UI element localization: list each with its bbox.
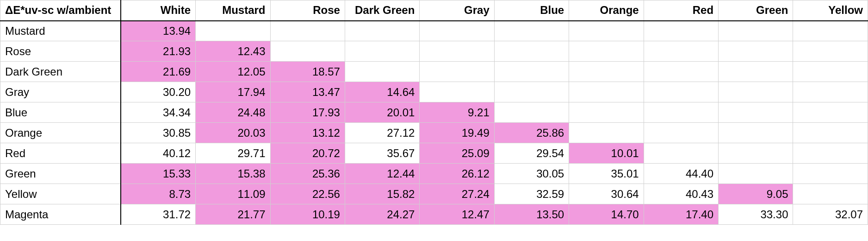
cell — [420, 41, 494, 62]
cell — [793, 21, 868, 41]
table-row: Mustard13.94 — [0, 21, 868, 41]
cell: 13.47 — [270, 82, 345, 102]
col-header: Rose — [270, 0, 345, 21]
row-label: Green — [0, 164, 121, 184]
delta-e-table: ΔE*uv-sc w/ambient White Mustard Rose Da… — [0, 0, 868, 225]
cell — [569, 62, 644, 82]
cell — [420, 62, 494, 82]
cell — [719, 62, 793, 82]
row-label: Magenta — [0, 204, 121, 225]
cell: 13.94 — [121, 21, 195, 41]
cell — [345, 62, 419, 82]
cell — [719, 102, 793, 123]
cell: 21.77 — [196, 204, 270, 225]
cell — [719, 164, 793, 184]
cell — [793, 41, 868, 62]
cell — [644, 143, 718, 164]
table-row: Rose21.9312.43 — [0, 41, 868, 62]
cell: 40.12 — [121, 143, 195, 164]
cell — [644, 41, 718, 62]
cell — [793, 82, 868, 102]
cell: 32.07 — [793, 204, 868, 225]
cell: 24.27 — [345, 204, 419, 225]
cell — [420, 21, 494, 41]
cell: 19.49 — [420, 123, 494, 143]
cell: 9.05 — [719, 184, 793, 204]
col-header: Green — [719, 0, 793, 21]
cell — [494, 62, 569, 82]
cell: 21.69 — [121, 62, 195, 82]
row-label: Red — [0, 143, 121, 164]
col-header: White — [121, 0, 195, 21]
cell — [569, 102, 644, 123]
cell: 9.21 — [420, 102, 494, 123]
cell — [719, 41, 793, 62]
cell: 12.47 — [420, 204, 494, 225]
cell — [719, 82, 793, 102]
cell: 31.72 — [121, 204, 195, 225]
cell: 30.64 — [569, 184, 644, 204]
table-row: Dark Green21.6912.0518.57 — [0, 62, 868, 82]
col-header: Gray — [420, 0, 494, 21]
col-header: Mustard — [196, 0, 270, 21]
cell — [345, 21, 419, 41]
row-label: Blue — [0, 102, 121, 123]
row-label: Rose — [0, 41, 121, 62]
cell — [420, 82, 494, 102]
cell: 20.72 — [270, 143, 345, 164]
row-label: Dark Green — [0, 62, 121, 82]
cell: 25.36 — [270, 164, 345, 184]
cell: 17.40 — [644, 204, 718, 225]
col-header: Yellow — [793, 0, 868, 21]
cell — [270, 41, 345, 62]
cell: 17.94 — [196, 82, 270, 102]
cell — [793, 123, 868, 143]
cell: 13.50 — [494, 204, 569, 225]
cell — [793, 62, 868, 82]
cell — [569, 123, 644, 143]
cell: 35.01 — [569, 164, 644, 184]
header-row: ΔE*uv-sc w/ambient White Mustard Rose Da… — [0, 0, 868, 21]
cell: 30.85 — [121, 123, 195, 143]
cell — [196, 21, 270, 41]
cell: 12.43 — [196, 41, 270, 62]
table-row: Magenta31.7221.7710.1924.2712.4713.5014.… — [0, 204, 868, 225]
table-row: Orange30.8520.0313.1227.1219.4925.86 — [0, 123, 868, 143]
cell: 20.03 — [196, 123, 270, 143]
table-row: Blue34.3424.4817.9320.019.21 — [0, 102, 868, 123]
cell: 15.82 — [345, 184, 419, 204]
cell: 20.01 — [345, 102, 419, 123]
cell: 34.34 — [121, 102, 195, 123]
cell: 33.30 — [719, 204, 793, 225]
col-header: Orange — [569, 0, 644, 21]
cell — [569, 82, 644, 102]
cell: 25.86 — [494, 123, 569, 143]
cell — [719, 21, 793, 41]
cell — [494, 21, 569, 41]
cell — [644, 82, 718, 102]
cell: 35.67 — [345, 143, 419, 164]
col-header: Red — [644, 0, 718, 21]
cell: 15.38 — [196, 164, 270, 184]
col-header: Dark Green — [345, 0, 419, 21]
cell — [719, 123, 793, 143]
cell — [494, 41, 569, 62]
table-row: Yellow8.7311.0922.5615.8227.2432.5930.64… — [0, 184, 868, 204]
cell: 10.01 — [569, 143, 644, 164]
cell: 30.20 — [121, 82, 195, 102]
cell: 14.64 — [345, 82, 419, 102]
cell — [644, 21, 718, 41]
cell: 18.57 — [270, 62, 345, 82]
cell — [569, 21, 644, 41]
table-row: Green15.3315.3825.3612.4426.1230.0535.01… — [0, 164, 868, 184]
table-title: ΔE*uv-sc w/ambient — [0, 0, 121, 21]
table-row: Gray30.2017.9413.4714.64 — [0, 82, 868, 102]
cell: 32.59 — [494, 184, 569, 204]
cell: 40.43 — [644, 184, 718, 204]
cell — [719, 143, 793, 164]
cell — [569, 41, 644, 62]
cell: 12.05 — [196, 62, 270, 82]
cell — [793, 164, 868, 184]
cell — [644, 102, 718, 123]
cell: 15.33 — [121, 164, 195, 184]
